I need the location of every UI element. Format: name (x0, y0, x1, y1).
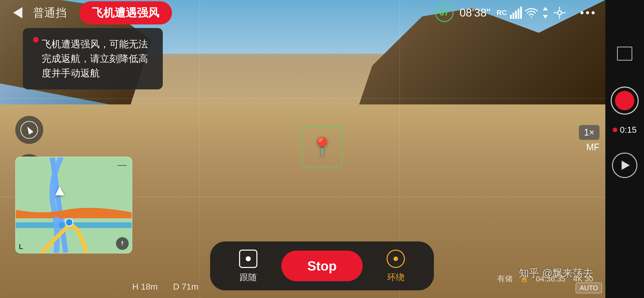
orbit-icon (387, 250, 405, 268)
signal-bar-2 (513, 13, 514, 19)
gallery-button[interactable] (612, 43, 637, 64)
compass-button[interactable] (15, 116, 43, 144)
target-box: 📍 (302, 127, 342, 167)
distance-label: D 71m (173, 282, 198, 292)
storage-label: 有储 (497, 274, 513, 284)
right-sidebar: 0:15 (605, 0, 644, 298)
map-compass-icon[interactable] (116, 237, 129, 250)
signal-bar-4 (518, 9, 519, 19)
svg-point-2 (558, 11, 562, 15)
record-button[interactable] (611, 87, 639, 115)
map-label-l: L (19, 243, 23, 251)
target-pin-icon: 📍 (311, 137, 333, 157)
svg-marker-11 (121, 243, 123, 247)
map-minimize-button[interactable]: — (118, 160, 127, 169)
bottom-controls: 跟随 Stop 环绕 (210, 241, 434, 290)
map-drone-marker (55, 186, 64, 195)
minimap[interactable]: L — (15, 157, 132, 253)
updown-icon (541, 6, 550, 19)
top-bar: 普通挡 飞机遭遇强风 67 08'38" RC (0, 0, 605, 25)
signal-bar-1 (510, 15, 512, 19)
svg-marker-0 (543, 7, 548, 10)
signal-bar-3 (515, 11, 517, 19)
svg-marker-10 (121, 240, 123, 243)
record-timer: 0:15 (613, 125, 637, 135)
stop-label: Stop (307, 258, 337, 274)
back-button[interactable] (8, 3, 28, 23)
orbit-label: 环绕 (387, 272, 404, 283)
play-icon (622, 161, 630, 170)
warning-dot-icon (33, 37, 39, 43)
signal-icons: RC (497, 6, 566, 19)
mode-label: 普通挡 (33, 5, 67, 20)
compass-icon (20, 121, 38, 139)
warning-popup: 飞机遭遇强风，可能无法完成返航，请立刻降低高度并手动返航 (23, 28, 163, 89)
orbit-center-dot-icon (393, 256, 398, 261)
map-drone-arrow-icon (55, 186, 64, 195)
signal-bars (510, 7, 522, 19)
flight-time: 08'38" (460, 6, 491, 19)
auto-badge: AUTO (576, 282, 602, 293)
zoom-label[interactable]: 1× (579, 125, 599, 140)
rc-label: RC (497, 9, 507, 17)
satellite-icon (553, 6, 566, 19)
wind-alert-button[interactable]: 飞机遭遇强风 (79, 1, 172, 24)
zoom-focus-panel: 1× MF (579, 125, 599, 153)
more-button[interactable] (577, 6, 598, 19)
top-right-bar: 67 08'38" RC (435, 4, 598, 22)
playback-button[interactable] (612, 153, 637, 178)
signal-bar-5 (520, 7, 522, 19)
warning-message: 飞机遭遇强风，可能无法完成返航，请立刻降低高度并手动返航 (42, 37, 153, 80)
map-roads-svg (16, 157, 132, 253)
svg-marker-1 (543, 15, 548, 19)
back-arrow-icon (13, 7, 22, 18)
compass-arrow-icon (25, 125, 33, 134)
orbit-button[interactable]: 环绕 (365, 246, 426, 286)
wifi-icon (525, 7, 538, 18)
watermark-text: 知乎 @飘来荡去 (519, 267, 593, 279)
timer-dot-icon (613, 128, 617, 132)
warning-text-row: 飞机遭遇强风，可能无法完成返航，请立刻降低高度并手动返航 (33, 37, 153, 80)
stop-button[interactable]: Stop (281, 251, 363, 281)
more-dot-2 (586, 11, 589, 14)
center-target: 📍 (302, 127, 342, 167)
height-label: H 18m (132, 282, 158, 292)
follow-button[interactable]: 跟随 (218, 246, 279, 286)
focus-label: MF (586, 142, 599, 153)
map-home-marker (65, 218, 73, 226)
brand-watermark: 知乎 @飘来荡去 (519, 265, 593, 280)
battery-indicator: 67 (435, 4, 453, 22)
more-dot-3 (592, 11, 595, 14)
timer-value: 0:15 (620, 125, 637, 135)
more-dot-1 (580, 11, 583, 14)
follow-label: 跟随 (240, 272, 257, 283)
follow-icon (239, 250, 257, 268)
record-button-inner (615, 91, 634, 110)
filmstrip-icon (617, 47, 632, 61)
follow-dot-icon (246, 256, 251, 261)
bottom-hd-labels: H 18m D 71m (132, 282, 198, 292)
